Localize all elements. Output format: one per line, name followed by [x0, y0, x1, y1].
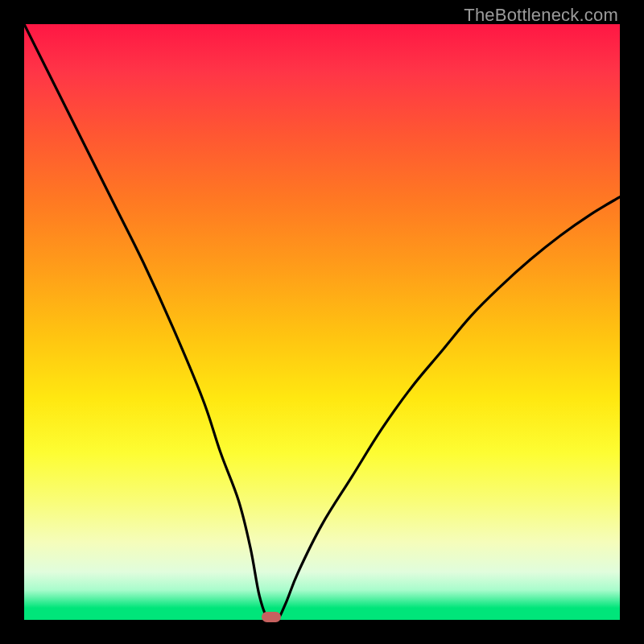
bottleneck-curve — [24, 24, 620, 620]
plot-area — [24, 24, 620, 620]
curve-path — [24, 24, 620, 620]
optimum-marker — [262, 612, 281, 622]
chart-frame: TheBottleneck.com — [0, 0, 644, 644]
watermark-text: TheBottleneck.com — [464, 5, 618, 26]
